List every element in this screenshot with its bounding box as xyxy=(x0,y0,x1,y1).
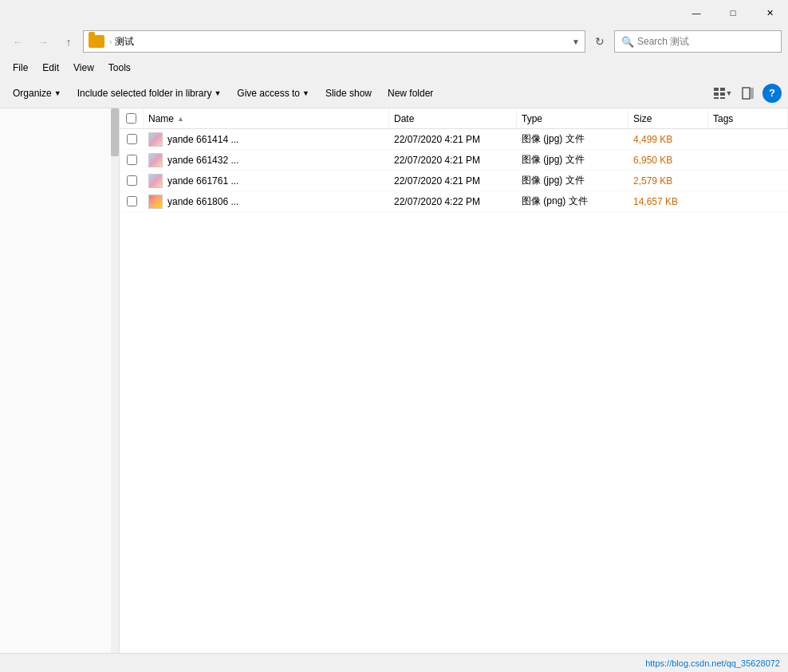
search-box[interactable]: 🔍 xyxy=(614,30,782,53)
file-thumbnail-0 xyxy=(148,132,163,147)
file-type-2: 图像 (jpg) 文件 xyxy=(517,174,628,187)
include-library-label: Include selected folder in library xyxy=(77,88,212,99)
include-library-button[interactable]: Include selected folder in library ▼ xyxy=(71,82,228,104)
header-tags[interactable]: Tags xyxy=(708,108,788,128)
file-date-0: 22/07/2020 4:21 PM xyxy=(389,134,517,145)
menu-edit[interactable]: Edit xyxy=(36,60,65,76)
svg-rect-7 xyxy=(751,88,754,99)
header-size[interactable]: Size xyxy=(628,108,708,128)
main-layout: Name ▲ Date Type Size Tags yande 6 xyxy=(0,108,788,653)
svg-rect-6 xyxy=(743,88,750,99)
svg-rect-3 xyxy=(720,92,725,96)
select-all-checkbox[interactable] xyxy=(126,113,136,124)
view-dropdown-indicator: ▼ xyxy=(726,89,733,97)
file-name-1: yande 661432 ... xyxy=(144,153,389,167)
file-date-3: 22/07/2020 4:22 PM xyxy=(389,196,517,207)
view-options-button[interactable]: ▼ xyxy=(711,82,734,104)
table-row[interactable]: yande 661432 ... 22/07/2020 4:21 PM 图像 (… xyxy=(120,150,788,171)
file-checkbox-2[interactable] xyxy=(127,175,137,186)
search-icon: 🔍 xyxy=(621,36,634,48)
svg-rect-2 xyxy=(714,92,719,96)
slideshow-label: Slide show xyxy=(325,88,372,99)
row-checkbox-0[interactable] xyxy=(120,134,144,144)
address-bar: ← → ↑ › 测试 ▼ ↻ 🔍 xyxy=(0,26,788,57)
file-size-2: 2,579 KB xyxy=(628,175,708,187)
header-checkbox[interactable] xyxy=(120,108,144,128)
file-name-0: yande 661414 ... xyxy=(144,132,389,147)
give-access-button[interactable]: Give access to ▼ xyxy=(230,82,316,104)
preview-pane-button[interactable] xyxy=(737,82,759,104)
path-text: 测试 xyxy=(115,35,569,49)
window-controls: — □ ✕ xyxy=(678,0,788,26)
file-thumbnail-1 xyxy=(148,153,163,167)
view-options-icon xyxy=(713,87,726,100)
table-row[interactable]: yande 661806 ... 22/07/2020 4:22 PM 图像 (… xyxy=(120,191,788,212)
svg-rect-4 xyxy=(714,97,719,99)
file-checkbox-3[interactable] xyxy=(127,196,137,206)
menu-file[interactable]: File xyxy=(6,60,34,76)
menu-bar: File Edit View Tools xyxy=(0,57,788,78)
file-list[interactable]: Name ▲ Date Type Size Tags yande 6 xyxy=(120,108,788,653)
new-folder-button[interactable]: New folder xyxy=(381,82,439,104)
table-row[interactable]: yande 661761 ... 22/07/2020 4:21 PM 图像 (… xyxy=(120,171,788,191)
title-bar: — □ ✕ xyxy=(0,0,788,26)
path-separator: › xyxy=(109,37,112,46)
minimize-button[interactable]: — xyxy=(678,0,715,26)
row-checkbox-1[interactable] xyxy=(120,155,144,165)
organize-dropdown-arrow: ▼ xyxy=(54,89,61,97)
header-date[interactable]: Date xyxy=(389,108,517,128)
file-thumbnail-2 xyxy=(148,174,163,188)
include-library-dropdown-arrow: ▼ xyxy=(214,89,221,97)
left-scrollbar-thumb[interactable] xyxy=(111,108,119,156)
new-folder-label: New folder xyxy=(388,88,433,99)
file-checkbox-0[interactable] xyxy=(127,134,137,144)
table-row[interactable]: yande 661414 ... 22/07/2020 4:21 PM 图像 (… xyxy=(120,129,788,150)
maximize-button[interactable]: □ xyxy=(715,0,751,26)
header-type[interactable]: Type xyxy=(517,108,628,128)
organize-button[interactable]: Organize ▼ xyxy=(6,82,68,104)
row-checkbox-3[interactable] xyxy=(120,196,144,206)
file-size-3: 14,657 KB xyxy=(628,196,708,207)
header-name[interactable]: Name ▲ xyxy=(144,108,389,128)
help-button[interactable]: ? xyxy=(762,84,782,103)
organize-label: Organize xyxy=(13,88,52,99)
search-input[interactable] xyxy=(637,36,774,47)
file-name-3: yande 661806 ... xyxy=(144,195,389,209)
file-thumbnail-3 xyxy=(148,195,163,209)
file-size-0: 4,499 KB xyxy=(628,134,708,145)
up-button[interactable]: ↑ xyxy=(57,30,80,53)
file-size-1: 6,950 KB xyxy=(628,155,708,166)
menu-view[interactable]: View xyxy=(67,60,100,76)
toolbar-right: ▼ ? xyxy=(711,82,782,104)
preview-pane-icon xyxy=(742,87,755,100)
column-headers: Name ▲ Date Type Size Tags xyxy=(120,108,788,129)
name-sort-arrow: ▲ xyxy=(177,115,184,123)
address-input[interactable]: › 测试 ▼ xyxy=(83,30,585,53)
file-type-1: 图像 (jpg) 文件 xyxy=(517,153,628,167)
back-button[interactable]: ← xyxy=(6,30,29,53)
file-type-0: 图像 (jpg) 文件 xyxy=(517,132,628,146)
svg-rect-5 xyxy=(720,97,725,99)
row-checkbox-2[interactable] xyxy=(120,175,144,186)
close-button[interactable]: ✕ xyxy=(751,0,788,26)
left-panel xyxy=(0,108,120,653)
give-access-label: Give access to xyxy=(237,88,300,99)
slideshow-button[interactable]: Slide show xyxy=(319,82,378,104)
forward-button[interactable]: → xyxy=(32,30,54,53)
refresh-button[interactable]: ↻ xyxy=(589,30,611,53)
give-access-dropdown-arrow: ▼ xyxy=(302,89,309,97)
file-date-2: 22/07/2020 4:21 PM xyxy=(389,175,517,187)
file-checkbox-1[interactable] xyxy=(127,155,137,165)
menu-tools[interactable]: Tools xyxy=(102,60,137,76)
file-date-1: 22/07/2020 4:21 PM xyxy=(389,155,517,166)
file-name-2: yande 661761 ... xyxy=(144,174,389,188)
svg-rect-1 xyxy=(720,88,725,91)
left-scrollbar[interactable] xyxy=(111,108,119,653)
status-link: https://blog.csdn.net/qq_35628072 xyxy=(645,658,780,668)
svg-rect-0 xyxy=(714,88,719,91)
address-dropdown-arrow[interactable]: ▼ xyxy=(572,37,580,46)
file-rows-container: yande 661414 ... 22/07/2020 4:21 PM 图像 (… xyxy=(120,129,788,212)
status-bar: https://blog.csdn.net/qq_35628072 xyxy=(0,653,788,672)
toolbar: Organize ▼ Include selected folder in li… xyxy=(0,78,788,108)
folder-icon xyxy=(89,35,104,48)
